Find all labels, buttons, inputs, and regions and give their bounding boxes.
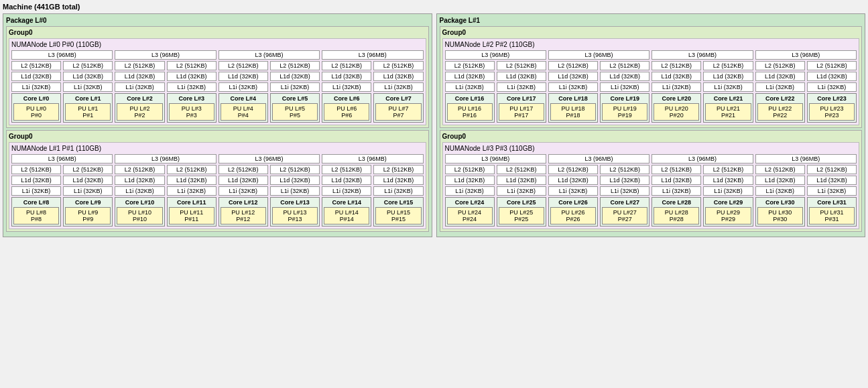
core-box: Core L#27PU L#27 P#27 — [600, 197, 649, 227]
core-label: Core L#16 — [455, 95, 485, 102]
l1d-cache: L1d (32KB) — [322, 176, 371, 185]
l3-cache: L3 (96MB) — [445, 50, 546, 60]
group-grp0: Group0NUMANode L#0 P#0 (110GB)L3 (96MB)L… — [6, 26, 429, 128]
l1i-row: L1i (32KB)L1i (32KB)L1i (32KB)L1i (32KB)… — [11, 186, 424, 196]
l2-row: L2 (512KB)L2 (512KB)L2 (512KB)L2 (512KB)… — [445, 165, 857, 174]
l1d-row: L1d (32KB)L1d (32KB)L1d (32KB)L1d (32KB)… — [445, 72, 857, 81]
core-box: Core L#13PU L#13 P#13 — [270, 197, 320, 227]
l1d-cache: L1d (32KB) — [63, 72, 113, 81]
l2-cache: L2 (512KB) — [270, 165, 320, 174]
l1d-cache: L1d (32KB) — [219, 176, 268, 185]
l1i-cache: L1i (32KB) — [270, 82, 320, 92]
numa-node-numa2: NUMANode L#2 P#2 (110GB)L3 (96MB)L3 (96M… — [442, 38, 860, 125]
pu-box: PU L#8 P#8 — [13, 207, 59, 224]
core-label: Core L#22 — [765, 95, 795, 102]
core-label: Core L#21 — [714, 95, 743, 102]
l1d-cache: L1d (32KB) — [11, 72, 61, 81]
core-box: Core L#18PU L#18 P#18 — [548, 93, 598, 123]
l1d-cache: L1d (32KB) — [219, 72, 268, 81]
core-label: Core L#19 — [610, 95, 639, 102]
l1i-cache: L1i (32KB) — [703, 186, 753, 196]
core-label: Core L#8 — [23, 199, 50, 206]
l1i-cache: L1i (32KB) — [63, 82, 113, 92]
l2-row: L2 (512KB)L2 (512KB)L2 (512KB)L2 (512KB)… — [11, 165, 424, 174]
l1i-cache: L1i (32KB) — [445, 82, 495, 92]
numa-title: NUMANode L#0 P#0 (110GB) — [11, 41, 424, 48]
core-box: Core L#12PU L#12 P#12 — [219, 197, 268, 227]
l2-cache: L2 (512KB) — [11, 165, 61, 174]
l1i-row: L1i (32KB)L1i (32KB)L1i (32KB)L1i (32KB)… — [11, 82, 424, 92]
pu-box: PU L#4 P#4 — [221, 103, 266, 121]
core-box: Core L#8PU L#8 P#8 — [11, 197, 61, 227]
l2-cache: L2 (512KB) — [600, 61, 649, 70]
pu-box: PU L#9 P#9 — [65, 207, 111, 224]
pu-box: PU L#3 P#3 — [169, 103, 214, 121]
core-label: Core L#9 — [75, 199, 101, 206]
l2-cache: L2 (512KB) — [115, 61, 164, 70]
core-box: Core L#26PU L#26 P#26 — [548, 197, 598, 227]
core-box: Core L#7PU L#7 P#7 — [373, 93, 423, 123]
core-label: Core L#18 — [558, 95, 588, 102]
l1d-cache: L1d (32KB) — [115, 176, 164, 185]
core-box: Core L#22PU L#22 P#22 — [755, 93, 805, 123]
l1i-cache: L1i (32KB) — [652, 186, 701, 196]
l1d-cache: L1d (32KB) — [548, 176, 598, 185]
cores-row: Core L#24PU L#24 P#24Core L#25PU L#25 P#… — [445, 197, 857, 227]
l1d-cache: L1d (32KB) — [115, 72, 164, 81]
l1i-cache: L1i (32KB) — [445, 186, 495, 196]
l1i-cache: L1i (32KB) — [167, 186, 216, 196]
core-label: Core L#6 — [334, 95, 360, 102]
l2-cache: L2 (512KB) — [219, 165, 268, 174]
core-box: Core L#10PU L#10 P#10 — [115, 197, 164, 227]
l2-cache: L2 (512KB) — [497, 61, 546, 70]
l2-cache: L2 (512KB) — [807, 165, 857, 174]
l1i-cache: L1i (32KB) — [497, 186, 546, 196]
core-box: Core L#29PU L#29 P#29 — [703, 197, 753, 227]
pu-box: PU L#17 P#17 — [499, 103, 544, 121]
numa-node-numa0: NUMANode L#0 P#0 (110GB)L3 (96MB)L3 (96M… — [9, 38, 426, 125]
core-label: Core L#24 — [455, 199, 485, 206]
package-half-pkg1: Package L#1Group0NUMANode L#2 P#2 (110GB… — [436, 13, 866, 237]
l1i-cache: L1i (32KB) — [497, 82, 546, 92]
core-box: Core L#20PU L#20 P#20 — [652, 93, 701, 123]
l3-cache: L3 (96MB) — [322, 154, 423, 164]
l2-row: L2 (512KB)L2 (512KB)L2 (512KB)L2 (512KB)… — [445, 61, 857, 70]
group-grp2: Group0NUMANode L#2 P#2 (110GB)L3 (96MB)L… — [440, 26, 863, 128]
l1i-cache: L1i (32KB) — [600, 186, 649, 196]
package-pkg0: Package L#0Group0NUMANode L#0 P#0 (110GB… — [3, 13, 432, 237]
l3-cache: L3 (96MB) — [652, 154, 753, 164]
pu-box: PU L#10 P#10 — [117, 207, 162, 224]
l3-cache: L3 (96MB) — [652, 50, 753, 60]
l2-row: L2 (512KB)L2 (512KB)L2 (512KB)L2 (512KB)… — [11, 61, 424, 70]
l2-cache: L2 (512KB) — [807, 61, 857, 70]
numa-title: NUMANode L#1 P#1 (110GB) — [11, 145, 424, 152]
l1d-cache: L1d (32KB) — [270, 72, 320, 81]
core-label: Core L#2 — [127, 95, 153, 102]
core-label: Core L#31 — [817, 199, 847, 206]
l1d-cache: L1d (32KB) — [497, 176, 546, 185]
pu-box: PU L#6 P#6 — [324, 103, 369, 121]
l3-cache: L3 (96MB) — [322, 50, 423, 60]
core-label: Core L#28 — [662, 199, 692, 206]
l1i-cache: L1i (32KB) — [11, 82, 61, 92]
l1i-row: L1i (32KB)L1i (32KB)L1i (32KB)L1i (32KB)… — [445, 82, 857, 92]
l3-cache: L3 (96MB) — [548, 154, 649, 164]
core-label: Core L#23 — [817, 95, 847, 102]
l1i-cache: L1i (32KB) — [270, 186, 320, 196]
pu-box: PU L#24 P#24 — [447, 207, 493, 224]
numa-title: NUMANode L#3 P#3 (110GB) — [445, 145, 857, 152]
cores-row: Core L#8PU L#8 P#8Core L#9PU L#9 P#9Core… — [11, 197, 424, 227]
l2-cache: L2 (512KB) — [11, 61, 61, 70]
pu-box: PU L#26 P#26 — [550, 207, 596, 224]
l2-cache: L2 (512KB) — [219, 61, 268, 70]
pu-box: PU L#11 P#11 — [169, 207, 214, 224]
package-pkg1: Package L#1Group0NUMANode L#2 P#2 (110GB… — [436, 13, 866, 237]
core-label: Core L#29 — [714, 199, 743, 206]
l1d-cache: L1d (32KB) — [548, 72, 598, 81]
l2-cache: L2 (512KB) — [652, 61, 701, 70]
l1d-cache: L1d (32KB) — [373, 176, 423, 185]
l2-cache: L2 (512KB) — [600, 165, 649, 174]
core-box: Core L#31PU L#31 P#31 — [807, 197, 857, 227]
l2-cache: L2 (512KB) — [445, 61, 495, 70]
pu-box: PU L#13 P#13 — [272, 207, 318, 224]
